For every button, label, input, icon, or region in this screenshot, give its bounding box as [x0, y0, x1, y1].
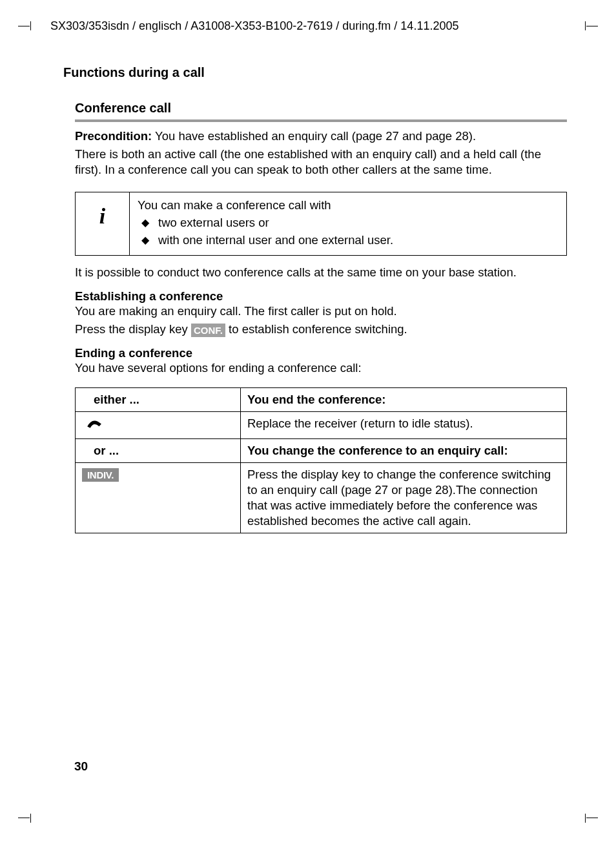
- table-r3c2: You change the conference to an enquiry …: [241, 438, 567, 462]
- section-rule: [75, 119, 567, 122]
- establishing-line2-pre: Press the display key: [75, 322, 191, 336]
- info-text: You can make a conference call with ◆ tw…: [130, 192, 567, 256]
- table-r3c1: or ...: [76, 438, 241, 462]
- table-r1c2: You end the conference:: [241, 388, 567, 412]
- info-bullet-2: ◆ with one internal user and one externa…: [138, 232, 557, 249]
- precondition-text: You have established an enquiry call (pa…: [152, 129, 476, 143]
- info-bullet-1: ◆ two external users or: [138, 215, 557, 231]
- info-bullet-2-text: with one internal user and one external …: [158, 232, 393, 249]
- info-bullet-1-text: two external users or: [158, 215, 269, 231]
- table-r1c1: either ...: [76, 388, 241, 412]
- establishing-line2: Press the display key CONF. to establish…: [75, 322, 567, 337]
- header-path: SX303/353isdn / englisch / A31008-X353-B…: [50, 18, 567, 33]
- precondition-label: Precondition:: [75, 129, 152, 143]
- diamond-icon: ◆: [141, 232, 149, 248]
- section-title: Functions during a call: [50, 65, 567, 80]
- info-icon: i: [76, 192, 130, 256]
- establishing-heading: Establishing a conference: [75, 289, 567, 304]
- conf-display-key: CONF.: [191, 324, 225, 338]
- diamond-icon: ◆: [141, 215, 149, 231]
- hangup-icon: [81, 415, 104, 437]
- info-lead: You can make a conference call with: [138, 198, 557, 214]
- intro-para: There is both an active call (the one es…: [75, 147, 567, 178]
- table-r4c2: Press the display key to change the conf…: [241, 462, 567, 533]
- conduct-para: It is possible to conduct two conference…: [75, 265, 567, 280]
- establishing-line1: You are making an enquiry call. The firs…: [75, 304, 567, 319]
- establishing-line2-post: to establish conference switching.: [225, 322, 407, 336]
- page-number: 30: [74, 759, 88, 774]
- table-r4c1: INDIV.: [76, 462, 241, 533]
- subsection-title: Conference call: [50, 101, 567, 116]
- precondition-para: Precondition: You have established an en…: [75, 129, 567, 144]
- indiv-display-key: INDIV.: [82, 468, 119, 482]
- options-table: either ... You end the conference: Repla…: [75, 387, 567, 533]
- ending-intro: You have several options for ending a co…: [75, 360, 567, 376]
- info-box: i You can make a conference call with ◆ …: [75, 192, 567, 256]
- table-r2c1: [76, 412, 241, 439]
- table-r2c2: Replace the receiver (return to idle sta…: [241, 412, 567, 439]
- ending-heading: Ending a conference: [75, 346, 567, 360]
